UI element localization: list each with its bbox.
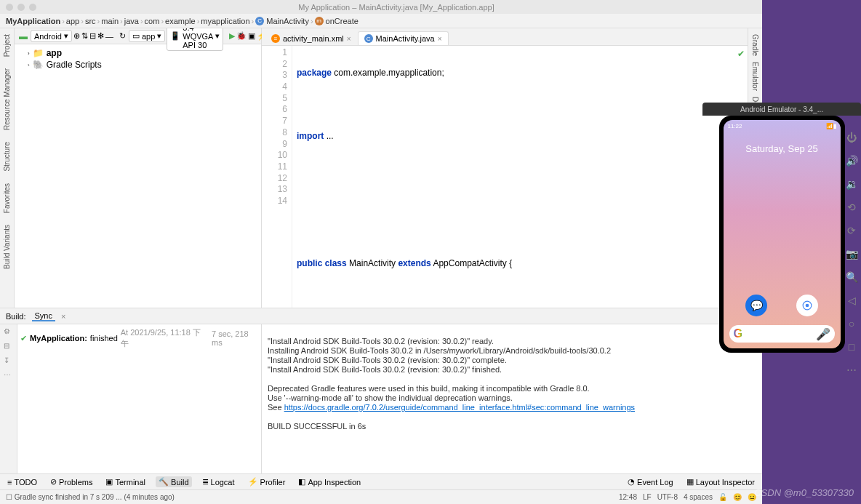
close-icon[interactable]: × [61,312,65,321]
chrome-app-icon[interactable] [796,295,818,316]
breadcrumb-item[interactable]: MainActivity [266,17,309,25]
mic-icon[interactable]: 🎤 [816,327,830,341]
emulator-frame: 11:22📶▮ Saturday, Sep 25 💬 G 🎤 [719,116,845,353]
btab-todo[interactable]: ≡ TODO [4,477,40,487]
rail-gradle[interactable]: Gradle [751,31,759,59]
breadcrumb-item[interactable]: src [85,17,96,25]
google-icon: G [734,327,742,340]
gradle-docs-link[interactable]: https://docs.gradle.org/7.0.2/userguide/… [284,403,635,412]
zoom-icon[interactable]: 🔍 [845,271,858,284]
rail-structure[interactable]: Structure [3,139,11,175]
rotate-left-icon[interactable]: ⟲ [845,201,858,214]
build-item[interactable]: ✔ MyApplication: finished At 2021/9/25, … [20,327,258,349]
svg-point-1 [806,304,809,308]
home-icon[interactable]: ○ [845,317,858,330]
window-close-icon[interactable] [6,4,13,11]
debug-icon[interactable]: 🐞 [236,31,247,41]
rail-resource-manager[interactable]: Resource Manager [3,65,11,133]
watermark: CSDN @m0_53307330 [754,487,854,498]
tab-activity-main[interactable]: ≡activity_main.xml× [265,31,358,45]
rail-favorites[interactable]: Favorites [3,180,11,216]
rotate-right-icon[interactable]: ⟳ [845,224,858,237]
bottom-tabs: ≡ TODO ⊘ Problems ▣ Terminal 🔨 Build ≣ L… [0,473,762,489]
filter-icon[interactable]: ⚙ [4,327,14,337]
build-panel: Build: Sync × ⚙ ⊟ ↧ ⋯ ✔ MyApplication: f… [0,308,762,473]
messages-app-icon[interactable]: 💬 [745,295,767,316]
status-message: ☐ Gradle sync finished in 7 s 209 ... (4… [6,493,175,501]
class-icon: C [255,17,264,25]
power-icon[interactable]: ⏻ [845,131,858,144]
btab-build[interactable]: 🔨 Build [156,476,191,487]
sync-icon[interactable]: ↻ [119,31,126,41]
cursor-position[interactable]: 12:48 [619,493,637,501]
title-bar: My Application – MainActivity.java [My_A… [0,0,762,14]
export-icon[interactable]: ↧ [4,356,14,367]
back-icon[interactable]: ◁ [845,294,858,307]
build-log[interactable]: "Install Android SDK Build-Tools 30.0.2 … [262,324,762,473]
volume-up-icon[interactable]: 🔊 [845,154,858,167]
volume-down-icon[interactable]: 🔉 [845,177,858,191]
project-view-select[interactable]: Android ▾ [31,30,72,42]
btab-terminal[interactable]: ▣ Terminal [103,476,148,487]
breadcrumb-item[interactable]: myapplication [201,17,249,25]
method-icon: m [315,17,324,25]
target-icon[interactable]: ⊕ [73,31,80,41]
project-tree: ▬ Android ▾ ⊕ ⇅ ⊟ ✻ — ↻ ▭ app ▾ 📱 3.4 WQ… [15,28,262,308]
google-search-bar[interactable]: G 🎤 [729,325,835,343]
breadcrumb-item[interactable]: example [165,17,196,25]
breadcrumb-item[interactable]: app [66,17,79,25]
rail-build-variants[interactable]: Build Variants [3,222,11,272]
code-editor[interactable]: 1 2 3 4 5 6 7 8 9 10 11 12 13 14 package… [262,46,748,308]
rail-project[interactable]: Project [3,31,11,60]
emulator-screen[interactable]: 11:22📶▮ Saturday, Sep 25 💬 G 🎤 [724,120,841,348]
expand-all-icon[interactable]: ⊟ [4,342,14,352]
btab-logcat[interactable]: ≣ Logcat [199,476,238,487]
overview-icon[interactable]: □ [845,340,858,353]
close-icon[interactable]: × [438,35,442,43]
btab-event-log[interactable]: ◔ Event Log [625,476,676,487]
close-icon[interactable]: × [347,35,351,43]
expand-icon[interactable]: ⇅ [81,31,88,41]
emoji-icon: 😊 [733,493,742,501]
breadcrumb-item[interactable]: com [145,17,160,25]
more-icon[interactable]: ⋯ [845,364,858,377]
btab-app-inspection[interactable]: ◧ App Inspection [295,476,364,487]
gutter: 1 2 3 4 5 6 7 8 9 10 11 12 13 14 [262,46,292,308]
inspection-ok-icon[interactable]: ✔ [737,49,745,59]
breadcrumb-item[interactable]: main [101,17,119,25]
collapse-icon[interactable]: ⊟ [89,31,96,41]
run-icon[interactable]: ▶ [229,31,235,41]
lock-icon[interactable]: 🔓 [718,493,727,501]
breadcrumb-item[interactable]: MyApplication [6,17,60,25]
tab-main-activity[interactable]: CMainActivity.java× [358,31,449,45]
breadcrumb: MyApplication› app› src› main› java› com… [0,14,762,28]
emulator-title: Android Emulator - 3.4_... [702,103,861,116]
android-icon: ▬ [19,31,28,41]
line-separator[interactable]: LF [643,493,652,501]
btab-problems[interactable]: ⊘ Problems [47,476,95,487]
btab-profiler[interactable]: ⚡ Profiler [245,476,289,487]
rail-emulator[interactable]: Emulator [751,59,759,94]
editor-tabs: ≡activity_main.xml× CMainActivity.java× [262,28,748,46]
build-title: Build: [6,312,26,321]
signal-icon: 📶▮ [826,123,836,129]
options-icon[interactable]: ⋯ [4,371,14,381]
btab-layout-inspector[interactable]: ▦ Layout Inspector [684,476,758,487]
encoding[interactable]: UTF-8 [657,493,678,501]
build-tab-sync[interactable]: Sync [32,311,55,321]
breadcrumb-item[interactable]: java [124,17,139,25]
breadcrumb-item[interactable]: onCreate [326,17,359,25]
screenshot-icon[interactable]: 📷 [845,247,858,260]
coverage-icon[interactable]: ▣ [248,31,255,41]
editor-area: ≡activity_main.xml× CMainActivity.java× … [262,28,748,308]
xml-icon: ≡ [271,34,280,43]
tree-item-gradle-scripts[interactable]: › 🐘 Gradle Scripts [15,59,261,71]
window-minimize-icon[interactable] [17,4,25,11]
tree-item-app[interactable]: › 📁 app [15,47,261,59]
window-maximize-icon[interactable] [29,4,36,11]
window-title: My Application – MainActivity.java [My_A… [36,3,756,12]
indent[interactable]: 4 spaces [684,493,713,501]
run-config-select[interactable]: ▭ app ▾ [129,30,165,42]
settings-icon[interactable]: ✻ [97,31,104,41]
hide-icon[interactable]: — [105,31,113,41]
